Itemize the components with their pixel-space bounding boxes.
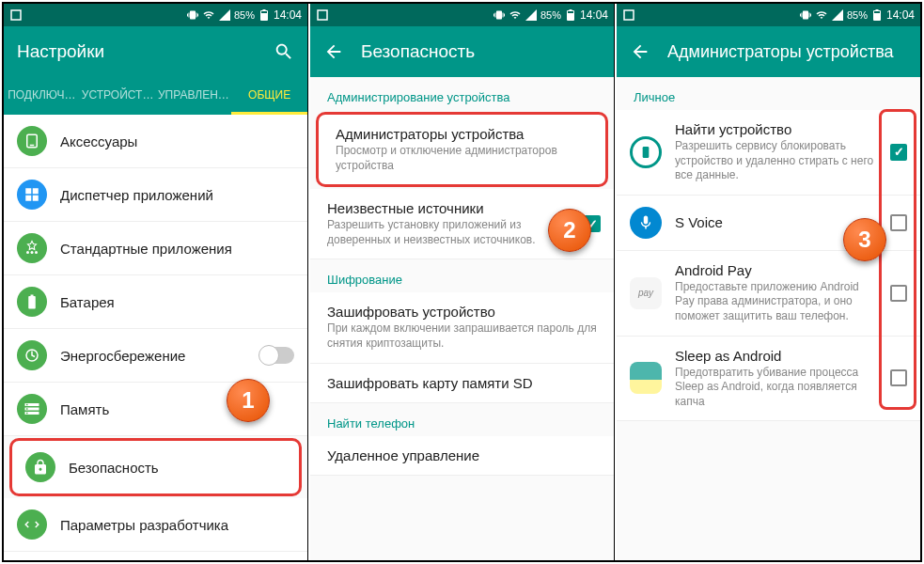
svg-rect-8	[25, 196, 31, 201]
item-label: Стандартные приложения	[60, 241, 294, 257]
item-security[interactable]: Безопасность	[9, 438, 302, 496]
back-icon[interactable]	[323, 41, 344, 62]
screenshot-icon	[9, 8, 23, 22]
screenshot-icon	[316, 8, 329, 22]
storage-icon	[17, 394, 47, 424]
checkbox[interactable]	[890, 369, 907, 386]
item-label: Параметры разработчика	[60, 517, 294, 533]
item-subtitle: Разрешить сервису блокировать устройство…	[675, 139, 877, 183]
screen-device-admins: 85% 14:04 Администраторы устройства Личн…	[617, 4, 920, 560]
apps-icon	[17, 180, 47, 210]
svg-rect-21	[874, 11, 880, 13]
item-device-admins[interactable]: Администраторы устройства Просмотр и отк…	[316, 112, 608, 187]
item-battery[interactable]: Батарея	[4, 275, 307, 329]
item-power-saving[interactable]: Энергосбережение	[4, 329, 307, 383]
wifi-icon	[509, 8, 522, 22]
svoice-icon	[630, 207, 662, 239]
vibrate-icon	[799, 8, 812, 22]
svg-rect-3	[261, 11, 267, 13]
item-subtitle: Просмотр и отключение администраторов ус…	[336, 144, 558, 173]
page-title: Настройки	[17, 41, 257, 62]
developer-icon	[17, 509, 47, 540]
svg-point-12	[35, 251, 38, 254]
battery-text: 85%	[540, 9, 561, 21]
svg-rect-20	[875, 9, 878, 11]
item-title: Android Pay	[675, 262, 877, 278]
tab-connections[interactable]: ПОДКЛЮЧ…	[4, 77, 80, 115]
find-device-icon	[630, 136, 662, 168]
battery-icon	[564, 8, 577, 22]
screenshot-icon	[622, 8, 635, 22]
checkbox[interactable]	[890, 144, 907, 161]
wifi-icon	[815, 8, 828, 22]
checkbox[interactable]	[890, 285, 907, 302]
admins-list: Личное 3 Найти устройство Разрешить серв…	[617, 77, 920, 560]
tab-device[interactable]: УСТРОЙСТ…	[80, 77, 156, 115]
default-apps-icon	[17, 233, 47, 263]
settings-list: Аксессуары Диспетчер приложений Стандарт…	[4, 115, 307, 560]
screen-security: 85% 14:04 Безопасность Администрирование…	[310, 4, 615, 560]
admin-item-find-device[interactable]: Найти устройство Разрешить сервису блоки…	[617, 110, 920, 196]
svg-rect-6	[25, 188, 31, 194]
item-accessories[interactable]: Аксессуары	[4, 115, 307, 168]
section-admin: Администрирование устройства	[310, 77, 614, 110]
page-title: Администраторы устройства	[667, 42, 907, 62]
battery-icon	[870, 8, 884, 22]
status-bar: 85% 14:04	[4, 4, 307, 26]
item-app-manager[interactable]: Диспетчер приложений	[4, 168, 307, 222]
item-about[interactable]: Об устройстве	[4, 552, 307, 560]
back-icon[interactable]	[630, 41, 650, 62]
item-encrypt-device[interactable]: Зашифровать устройство При каждом включе…	[310, 292, 614, 363]
svg-rect-2	[262, 9, 265, 11]
item-developer[interactable]: Параметры разработчика	[4, 498, 307, 552]
item-title: Зашифровать карту памяти SD	[327, 375, 601, 391]
battery-icon	[17, 287, 47, 317]
app-bar: Безопасность	[310, 26, 614, 77]
battery-text: 85%	[234, 9, 255, 21]
app-bar: Настройки	[4, 26, 307, 77]
checkbox[interactable]	[890, 214, 907, 231]
clock-text: 14:04	[580, 8, 608, 22]
svg-rect-9	[33, 196, 39, 201]
item-subtitle: Предоставьте приложению Android Pay прав…	[675, 280, 877, 324]
clock-text: 14:04	[886, 8, 915, 22]
item-subtitle: При каждом включении запрашивается парол…	[327, 321, 601, 351]
svg-rect-17	[568, 11, 573, 13]
callout-1: 1	[227, 379, 270, 422]
svg-rect-5	[30, 145, 35, 147]
accessories-icon	[17, 126, 47, 156]
signal-icon	[218, 8, 231, 22]
item-default-apps[interactable]: Стандартные приложения	[4, 222, 307, 275]
admin-item-androidpay[interactable]: pay Android Pay Предоставьте приложению …	[617, 251, 920, 337]
section-find-phone: Найти телефон	[310, 403, 614, 436]
svg-rect-22	[643, 147, 650, 158]
item-title: Зашифровать устройство	[327, 304, 601, 320]
signal-icon	[831, 8, 844, 22]
item-title: Администраторы устройства	[336, 126, 558, 142]
svg-point-10	[26, 251, 29, 254]
section-personal: Личное	[617, 77, 920, 110]
vibrate-icon	[493, 8, 506, 22]
item-title: Удаленное управление	[327, 447, 601, 463]
item-title: Неизвестные источники	[327, 200, 571, 216]
status-bar: 85% 14:04	[310, 4, 614, 26]
tab-general[interactable]: ОБЩИЕ	[231, 77, 307, 115]
item-label: Энергосбережение	[60, 348, 247, 364]
callout-3: 3	[843, 218, 886, 261]
security-list: Администрирование устройства Администрат…	[310, 77, 614, 560]
callout-2: 2	[548, 209, 591, 252]
tab-management[interactable]: УПРАВЛЕН…	[156, 77, 232, 115]
item-storage[interactable]: Память 1	[4, 383, 307, 436]
power-toggle[interactable]	[260, 347, 294, 364]
item-remote-control[interactable]: Удаленное управление	[310, 436, 614, 476]
item-title: Найти устройство	[675, 121, 877, 137]
search-icon[interactable]	[274, 41, 294, 62]
item-subtitle: Предотвратить убивание процесса Sleep as…	[675, 366, 877, 410]
item-label: Диспетчер приложений	[60, 187, 294, 203]
item-title: Sleep as Android	[675, 348, 877, 364]
item-subtitle: Разрешить установку приложений из довере…	[327, 218, 571, 247]
admin-item-sleep[interactable]: Sleep as Android Предотвратить убивание …	[617, 337, 920, 422]
item-encrypt-sd[interactable]: Зашифровать карту памяти SD	[310, 364, 614, 403]
svg-point-11	[31, 251, 34, 254]
vibrate-icon	[186, 8, 199, 22]
